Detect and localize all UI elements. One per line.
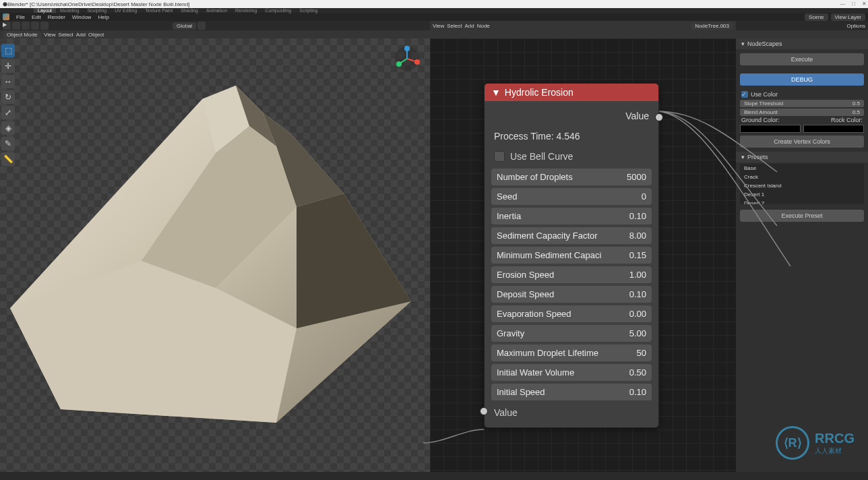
node-menu-add[interactable]: Add [464, 23, 474, 29]
rock-color-swatch[interactable] [803, 125, 864, 133]
execute-preset-button[interactable]: Execute Preset [740, 210, 864, 222]
scene-selector[interactable]: Scene [805, 13, 828, 21]
node-menu-select[interactable]: Select [447, 23, 462, 29]
node-editor[interactable]: View Select Add Node NodeTree.003 ▼ Hydr… [430, 38, 736, 480]
viewport-menu-object[interactable]: Object [88, 32, 104, 38]
ground-color-swatch[interactable] [740, 125, 801, 133]
minimize-button[interactable]: — [840, 1, 845, 7]
debug-button[interactable]: DEBUG [740, 73, 864, 86]
watermark-logo-icon: ⟨R⟩ [776, 426, 809, 460]
menu-help[interactable]: Help [95, 14, 111, 20]
zoom-icon[interactable] [408, 76, 421, 88]
node-menu-view[interactable]: View [433, 23, 444, 29]
panel-header-nodescapes[interactable]: ▾ NodeScapes [736, 38, 868, 49]
node-input-value: Value [485, 403, 658, 422]
navigation-gizmo[interactable] [394, 45, 421, 72]
viewport-header-left: Object Mode View Select Add Object [0, 30, 106, 38]
ground-color-label: Ground Color: [741, 117, 780, 123]
process-time-label: Process Time: 4.546 [485, 125, 658, 147]
watermark: ⟨R⟩ RRCG 人人素材 [776, 426, 855, 460]
param-sediment-capacity[interactable]: Sediment Capacity Factor8.00 [491, 227, 652, 244]
workspace-tab-rendering[interactable]: Rendering [231, 8, 261, 13]
param-deposit-speed[interactable]: Deposit Speed0.10 [491, 286, 652, 303]
camera-icon[interactable] [408, 105, 421, 117]
use-color-check[interactable]: ✓ Use Color [736, 90, 868, 99]
nodetree-selector[interactable]: NodeTree.003 [691, 22, 733, 30]
preset-base[interactable]: Base [740, 164, 864, 173]
node-title[interactable]: ▼ Hydrolic Erosion [485, 84, 658, 101]
create-vertex-colors-button[interactable]: Create Vertex Colors [740, 136, 864, 148]
workspace-tab-sculpting[interactable]: Sculpting [83, 8, 111, 13]
workspace-tab-animation[interactable]: Animation [202, 8, 231, 13]
blend-amount-slider[interactable]: Blend Amount0.5 [740, 109, 864, 116]
checkbox-icon[interactable]: ✓ [741, 91, 748, 98]
workspace-tabs: Layout Modeling Sculpting UV Editing Tex… [0, 8, 868, 13]
preset-desert2[interactable]: Desert 2 [740, 199, 864, 204]
perspective-icon[interactable] [408, 120, 421, 132]
slope-threshold-slider[interactable]: Slope Threshold0.5 [740, 100, 864, 107]
maximize-button[interactable]: □ [852, 1, 855, 7]
preset-crack[interactable]: Crack [740, 173, 864, 181]
param-droplets[interactable]: Number of Droplets5000 [491, 169, 652, 185]
use-bell-curve-check[interactable]: Use Bell Curve [485, 147, 658, 166]
preset-list[interactable]: Base Crack Crescent Island Desert 1 Dese… [740, 164, 864, 204]
select-tool[interactable]: ⬚ [1, 44, 15, 57]
viewport-menu-select[interactable]: Select [59, 32, 73, 38]
workspace-tab-shading[interactable]: Shading [177, 8, 202, 13]
orientation-select[interactable]: Global [173, 22, 196, 30]
tool-btn-2[interactable] [12, 22, 20, 30]
menu-render[interactable]: Render [45, 14, 68, 20]
blender-logo-icon [3, 13, 9, 20]
execute-button[interactable]: Execute [740, 53, 864, 65]
close-button[interactable]: ✕ [862, 1, 867, 7]
node-hydrolic-erosion[interactable]: ▼ Hydrolic Erosion Value Process Time: 4… [484, 83, 659, 428]
tool-btn-3[interactable] [22, 22, 30, 30]
workspace-tab-compositing[interactable]: Compositing [261, 8, 295, 13]
svg-point-11 [414, 59, 420, 65]
watermark-text: RRCG [815, 431, 855, 446]
pan-icon[interactable] [408, 90, 421, 102]
svg-point-12 [396, 61, 402, 67]
cursor-tool-icon[interactable]: ▶ [3, 22, 11, 30]
param-erosion-speed[interactable]: Erosion Speed1.00 [491, 266, 652, 283]
options-dropdown[interactable]: Options [846, 23, 865, 29]
node-wire-in [423, 423, 491, 450]
workspace-tab-modeling[interactable]: Modeling [56, 8, 83, 13]
param-min-sediment[interactable]: Minimum Sediment Capaci0.15 [491, 247, 652, 264]
workspace-tab-layout[interactable]: Layout [34, 8, 56, 13]
param-seed[interactable]: Seed0 [491, 188, 652, 205]
menu-file[interactable]: File [13, 14, 28, 20]
input-socket[interactable] [480, 407, 488, 415]
preset-desert1[interactable]: Desert 1 [740, 190, 864, 199]
snap-icon[interactable] [197, 22, 206, 30]
param-gravity[interactable]: Gravity5.00 [491, 325, 652, 342]
mode-select[interactable]: Object Mode [3, 31, 41, 38]
panel-header-presets[interactable]: ▾ Presets [736, 152, 868, 162]
workspace-tab-uvediting[interactable]: UV Editing [111, 8, 141, 13]
3d-viewport[interactable]: ⬚ ✛ ↔ ↻ ⤢ ◈ ✎ 📏 [0, 38, 430, 480]
blender-icon: ⬣ [3, 1, 7, 7]
tool-btn-5[interactable] [40, 22, 49, 30]
menubar: File Edit Render Window Help Scene View … [0, 13, 868, 21]
chevron-down-icon: ▼ [491, 87, 501, 98]
window-titlebar: ⬣ Blender* [C:\Users\nicha\OneDrive\Desk… [0, 0, 868, 8]
menu-window[interactable]: Window [69, 14, 94, 20]
tool-btn-4[interactable] [31, 22, 39, 30]
node-menu-node[interactable]: Node [477, 23, 490, 29]
viewport-menu-view[interactable]: View [44, 32, 55, 38]
svg-point-13 [404, 46, 410, 51]
checkbox-icon[interactable] [494, 151, 505, 162]
cursor-tool[interactable]: ✛ [1, 59, 15, 73]
viewlayer-selector[interactable]: View Layer [831, 13, 865, 21]
viewport-menu-add[interactable]: Add [76, 32, 86, 38]
workspace-tab-texturepaint[interactable]: Texture Paint [141, 8, 177, 13]
param-inertia[interactable]: Inertia0.10 [491, 208, 652, 224]
param-initial-speed[interactable]: Initial Speed0.10 [491, 384, 652, 400]
workspace-tab-scripting[interactable]: Scripting [295, 8, 321, 13]
menu-edit[interactable]: Edit [29, 14, 44, 20]
preset-crescent[interactable]: Crescent Island [740, 181, 864, 190]
param-evaporation-speed[interactable]: Evaporation Speed0.00 [491, 305, 652, 322]
param-water-volume[interactable]: Initial Water Volume0.50 [491, 364, 652, 381]
param-max-lifetime[interactable]: Maximum Droplet Lifetime50 [491, 344, 652, 361]
output-socket[interactable] [655, 113, 663, 121]
